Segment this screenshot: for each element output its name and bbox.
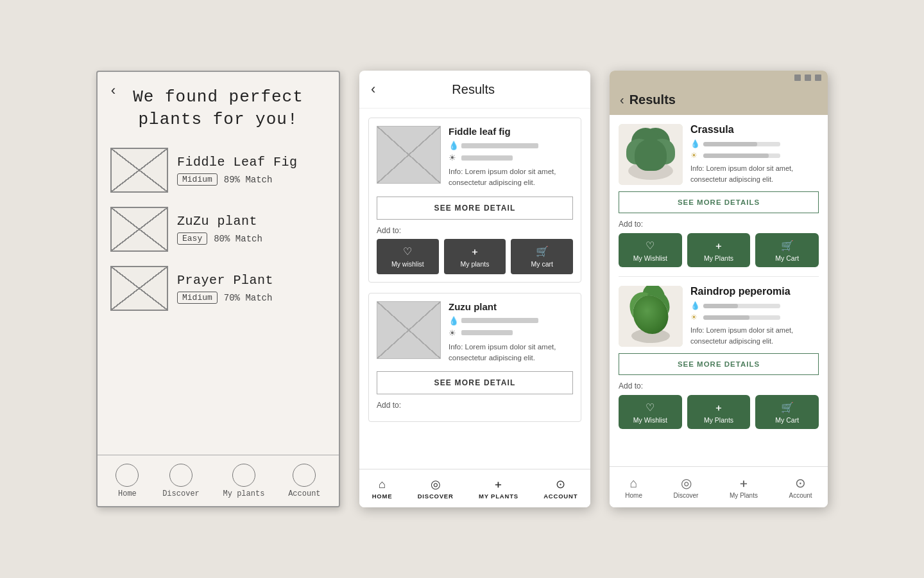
hifi-heart-icon-0: ♡ <box>646 240 654 252</box>
hifi-see-more-button-1[interactable]: SEE MORE DETAILS <box>619 353 819 375</box>
wf-plant-name-0: Fiddle leaf fig <box>449 126 573 137</box>
sketch-nav: Home Discover My plants Account <box>98 455 339 506</box>
wf-heart-icon: ♡ <box>403 245 412 258</box>
wf-water-icon-1: 💧 <box>449 316 458 326</box>
wf-wishlist-button-0[interactable]: ♡ My wishlist <box>377 239 439 274</box>
hifi-nav-home-icon: ⌂ <box>630 476 638 491</box>
hifi-plant-desc-0: Info: Lorem ipsum dolor sit amet, consec… <box>690 163 819 185</box>
sketch-match-1: 80% Match <box>214 234 262 244</box>
hifi-add-section-0: Add to: ♡ My Wishlist ᚐ My Plants 🛒 My <box>619 220 819 267</box>
sketch-item-meta-1: Easy 80% Match <box>177 232 326 245</box>
wf-nav-home-icon: ⌂ <box>379 478 386 491</box>
sketch-nav-discover-icon <box>169 464 193 487</box>
hifi-nav-discover[interactable]: ◎ Discover <box>667 471 705 503</box>
wf-see-more-button-0[interactable]: SEE MORE DETAIL <box>377 197 573 220</box>
hifi-water-row-0: 💧 <box>690 139 819 148</box>
hifi-screen: ‹ Results Crassula 💧 <box>610 71 828 507</box>
wf-plant-image-1 <box>377 301 441 359</box>
screens-container: ‹ We found perfect plants for you! Fiddl… <box>71 45 853 533</box>
hifi-add-buttons-0: ♡ My Wishlist ᚐ My Plants 🛒 My Cart <box>619 233 819 267</box>
wf-plants-label: My plants <box>461 260 490 268</box>
wf-nav-myplants[interactable]: ᚐ MY PLANTS <box>479 477 518 500</box>
sketch-nav-discover[interactable]: Discover <box>162 464 200 498</box>
hifi-plant-info-1: Raindrop peperomia 💧 ☀ <box>690 286 819 347</box>
wf-plant-icon: ᚐ <box>472 245 477 258</box>
sketch-item-info-1: ZuZu plant Easy 80% Match <box>177 214 326 245</box>
hifi-see-more-button-0[interactable]: SEE MORE DETAILS <box>619 191 819 213</box>
sketch-plant-image-0 <box>110 148 168 193</box>
hifi-add-section-1: Add to: ♡ My Wishlist ᚐ My Plants 🛒 My <box>619 381 819 429</box>
hifi-wishlist-button-1[interactable]: ♡ My Wishlist <box>619 395 682 429</box>
sketch-match-0: 89% Match <box>224 175 273 185</box>
wf-cart-label: My cart <box>531 260 552 268</box>
hifi-plant-name-0: Crassula <box>690 124 819 136</box>
hifi-water-bar-fill-0 <box>703 142 757 146</box>
wf-plant-top-1: Zuzu plant 💧 ☀ Info: Lorem ipsum dolor s… <box>369 293 581 372</box>
wf-sun-icon-1: ☀ <box>449 328 458 338</box>
hifi-divider <box>619 276 819 277</box>
hifi-wishlist-label-0: My Wishlist <box>633 254 667 262</box>
hifi-sun-icon-1: ☀ <box>690 313 699 322</box>
wf-cart-icon: 🛒 <box>536 245 549 258</box>
hifi-cart-icon-0: 🛒 <box>781 240 794 252</box>
hifi-water-icon-1: 💧 <box>690 301 699 310</box>
wf-back-button[interactable]: ‹ <box>371 81 375 98</box>
sketch-back-arrow[interactable]: ‹ <box>109 83 117 100</box>
hifi-add-label-1: Add to: <box>619 381 819 390</box>
sketch-nav-account[interactable]: Account <box>288 464 320 498</box>
wf-nav: ⌂ HOME ◎ DISCOVER ᚐ MY PLANTS ⊙ ACCOUNT <box>359 469 590 507</box>
wf-nav-home[interactable]: ⌂ HOME <box>372 478 393 500</box>
hifi-nav-discover-label: Discover <box>674 492 699 499</box>
wf-plants-button-0[interactable]: ᚐ My plants <box>444 239 506 274</box>
wf-nav-home-label: HOME <box>372 493 393 500</box>
sketch-nav-account-icon <box>293 464 316 487</box>
hifi-cart-button-1[interactable]: 🛒 My Cart <box>755 395 819 429</box>
wf-sun-row-1: ☀ <box>449 328 573 338</box>
hifi-nav-myplants[interactable]: ᚐ My Plants <box>723 471 764 503</box>
sketch-nav-myplants[interactable]: My plants <box>223 464 265 498</box>
hifi-back-button[interactable]: ‹ <box>620 92 624 107</box>
sketch-nav-myplants-label: My plants <box>223 489 265 498</box>
hifi-statusbar <box>610 71 828 85</box>
wf-water-bar-1 <box>461 318 538 323</box>
wf-plant-top-0: Fiddle leaf fig 💧 ☀ Info: Lorem ipsum do… <box>369 118 581 197</box>
wf-nav-discover[interactable]: ◎ DISCOVER <box>418 477 454 500</box>
sketch-nav-home-icon <box>116 464 139 487</box>
hifi-plants-button-1[interactable]: ᚐ My Plants <box>687 395 751 429</box>
wf-add-label-0: Add to: <box>377 226 573 235</box>
sketch-nav-account-label: Account <box>288 489 320 498</box>
crassula-illustration <box>619 124 683 185</box>
hifi-nav-account[interactable]: ⊙ Account <box>783 471 819 503</box>
hifi-nav-home-label: Home <box>625 492 642 499</box>
wf-nav-myplants-icon: ᚐ <box>495 477 501 491</box>
hifi-water-bar-bg-1 <box>703 304 780 308</box>
wf-nav-account[interactable]: ⊙ ACCOUNT <box>543 477 578 500</box>
hifi-sun-row-1: ☀ <box>690 313 819 322</box>
sketch-nav-home[interactable]: Home <box>116 464 139 498</box>
sketch-plant-name-1: ZuZu plant <box>177 214 326 229</box>
sketch-title: We found perfect plants for you! <box>98 77 339 135</box>
wf-see-more-button-1[interactable]: SEE MORE DETAIL <box>377 371 573 394</box>
hifi-statusbar-dot-1 <box>794 74 801 81</box>
hifi-cart-label-1: My Cart <box>775 416 799 424</box>
sketch-item-meta-0: Midium 89% Match <box>177 173 326 186</box>
wf-cart-button-0[interactable]: 🛒 My cart <box>511 239 573 274</box>
wf-plant-card-1: Zuzu plant 💧 ☀ Info: Lorem ipsum dolor s… <box>368 293 581 423</box>
sketch-plant-name-0: Fiddle Leaf Fig <box>177 155 326 170</box>
hifi-nav-discover-icon: ◎ <box>681 475 692 491</box>
hifi-plants-button-0[interactable]: ᚐ My Plants <box>687 233 751 267</box>
sketch-match-2: 70% Match <box>224 293 273 303</box>
hifi-cart-button-0[interactable]: 🛒 My Cart <box>755 233 819 267</box>
hifi-content: Crassula 💧 ☀ <box>610 115 828 466</box>
wf-sun-row-0: ☀ <box>449 153 573 162</box>
hifi-nav-home[interactable]: ⌂ Home <box>619 472 649 503</box>
sketch-difficulty-2: Midium <box>177 292 218 304</box>
hifi-sun-bar-bg-1 <box>703 315 780 320</box>
hifi-wishlist-button-0[interactable]: ♡ My Wishlist <box>619 233 682 267</box>
hifi-water-bar-fill-1 <box>703 304 738 308</box>
hifi-water-icon-0: 💧 <box>690 139 699 148</box>
raindrop-illustration <box>619 286 683 347</box>
wf-nav-myplants-label: MY PLANTS <box>479 493 518 500</box>
hifi-nav-myplants-label: My Plants <box>730 492 758 499</box>
wf-water-row-0: 💧 <box>449 141 573 150</box>
